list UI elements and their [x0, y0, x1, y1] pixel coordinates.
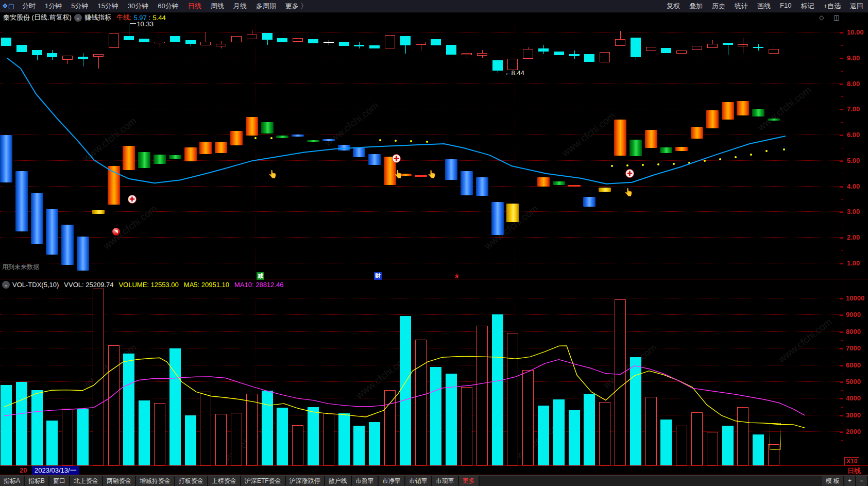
toolbar-item-历史[interactable]: 历史 — [707, 2, 730, 11]
statusbar-item-打板资金[interactable]: 打板资金 — [175, 476, 208, 486]
menu-item-5分钟[interactable]: 5分钟 — [66, 2, 93, 10]
vol-collapse-icon[interactable]: ⌄ — [2, 281, 10, 289]
statusbar-item-上榜资金[interactable]: 上榜资金 — [208, 476, 241, 486]
candle — [93, 54, 104, 57]
toolbar-item-统计[interactable]: 统计 — [730, 2, 753, 11]
volume-bar — [308, 407, 319, 465]
candle-lower-wick — [543, 52, 544, 54]
diamond-icon[interactable]: ◇ — [819, 14, 824, 21]
bull-line-yellow-dot — [735, 156, 737, 158]
toolbar-item-画线[interactable]: 画线 — [753, 2, 775, 11]
bull-line-yellow-dot — [626, 164, 628, 166]
candle — [646, 47, 656, 51]
toolbar-item-F10[interactable]: F10 — [775, 2, 796, 11]
volume-bar — [599, 402, 610, 465]
volume-gridline — [0, 298, 843, 298]
indicator-bar-green — [752, 109, 764, 116]
candle — [615, 39, 625, 46]
menu-item-多周期[interactable]: 多周期 — [251, 2, 281, 10]
toolbar-item-标记[interactable]: 标记 — [796, 2, 819, 11]
menu-item-60分钟[interactable]: 60分钟 — [153, 2, 183, 10]
split-window-icon[interactable]: ◫ — [833, 14, 839, 21]
watermark: www.cfchi.com — [776, 316, 835, 365]
statusbar-item-沪深ETF资金[interactable]: 沪深ETF资金 — [241, 476, 286, 486]
statusbar-item-北上资金[interactable]: 北上资金 — [70, 476, 103, 486]
statusbar-item-指标B[interactable]: 指标B — [25, 476, 49, 486]
statusbar-item-窗口[interactable]: 窗口 — [49, 476, 70, 486]
toolbar-item-叠加[interactable]: 叠加 — [685, 2, 707, 11]
vvol-value: VVOL: 25209.74 — [64, 281, 113, 289]
bull-line-yellow-dot — [426, 141, 428, 143]
candle-upper-wick — [743, 38, 743, 44]
volume-bar — [154, 403, 165, 466]
volume-bar — [461, 387, 472, 465]
candle — [538, 48, 549, 52]
watermark: www.cfchi.com — [101, 203, 160, 252]
volume-bar — [139, 400, 150, 465]
statusbar-item-指标A[interactable]: 指标A — [0, 476, 25, 486]
indicator-bar-green — [307, 140, 319, 142]
statusbar-item-市销率[interactable]: 市销率 — [405, 476, 432, 486]
candle — [385, 35, 395, 48]
indicator-bar-red — [568, 185, 581, 187]
volume-bar — [507, 333, 518, 465]
price-gridline — [0, 83, 843, 84]
statusbar-item-增减持资金[interactable]: 增减持资金 — [136, 476, 175, 486]
high-price-label: 10.33 — [137, 20, 154, 28]
price-axis-line — [843, 13, 843, 475]
menu-item-1分钟[interactable]: 1分钟 — [40, 2, 66, 10]
toolbar-item-返回[interactable]: 返回 — [845, 2, 868, 11]
indicator-bar-orange — [737, 101, 749, 115]
indicator-bar-green — [629, 140, 642, 157]
price-axis-label: 3.00 — [847, 208, 860, 215]
volume-axis-label: 4000 — [846, 394, 861, 402]
indicator-bar-blue — [583, 197, 595, 207]
candle — [62, 56, 73, 60]
menu-item-30分钟[interactable]: 30分钟 — [123, 2, 153, 10]
candle-upper-wick — [252, 30, 252, 35]
candle-lower-wick — [52, 57, 53, 60]
period-menu-bar: ❖▢ 分时1分钟5分钟15分钟30分钟60分钟日线周线月线多周期更多 〉 复权叠… — [0, 0, 868, 12]
tool-menu-right: 复权叠加历史统计画线F10标记+自选返回 — [662, 2, 868, 11]
statusbar-item-更多[interactable]: 更多 — [459, 476, 480, 486]
candle — [631, 38, 641, 57]
bull-line-yellow-dot — [765, 150, 768, 152]
menu-item-月线[interactable]: 月线 — [229, 2, 251, 10]
statusbar-item-两融资金[interactable]: 两融资金 — [103, 476, 136, 486]
statusbar-item-散户线[interactable]: 散户线 — [325, 476, 352, 486]
status-bar-items: 指标A指标B窗口北上资金两融资金增减持资金打板资金上榜资金沪深ETF资金沪深涨跌… — [0, 476, 480, 486]
volume-bar — [476, 326, 488, 465]
volume-bar — [353, 426, 365, 465]
candle — [339, 42, 349, 46]
statusbar-item-市现率[interactable]: 市现率 — [432, 476, 459, 486]
indicator-collapse-icon[interactable]: ⌄ — [74, 14, 82, 22]
menu-item-周线[interactable]: 周线 — [206, 2, 229, 10]
menu-item-分时[interactable]: 分时 — [18, 2, 40, 10]
price-gridline — [0, 109, 843, 109]
candle — [16, 45, 27, 52]
statusbar-item-市净率[interactable]: 市净率 — [379, 476, 405, 486]
indicator-bar-blue — [322, 139, 335, 141]
volume-bar — [538, 406, 549, 465]
menu-item-15分钟[interactable]: 15分钟 — [93, 2, 123, 10]
menu-item-日线[interactable]: 日线 — [183, 2, 206, 10]
toolbar-item-+自选[interactable]: +自选 — [819, 2, 845, 11]
price-axis-label: 10.00 — [847, 28, 864, 36]
indicator-bar-orange — [537, 177, 550, 186]
indicator-bar-blue — [338, 145, 350, 150]
volume-axis-label: 5000 — [846, 378, 861, 386]
volume-value: VOLUME: 12553.00 — [118, 281, 178, 289]
indicator-bar-green — [138, 152, 150, 168]
candle-lower-wick — [467, 55, 467, 58]
candle — [247, 35, 257, 39]
toolbar-item-复权[interactable]: 复权 — [662, 2, 685, 11]
bottom-status-bar: 指标A指标B窗口北上资金两融资金增减持资金打板资金上榜资金沪深ETF资金沪深涨跌… — [0, 475, 868, 486]
statusbar-right-−[interactable]: − — [856, 476, 868, 486]
candle-lower-wick — [98, 57, 99, 68]
indicator-bar-yellow — [92, 210, 105, 214]
statusbar-item-沪深涨跌停[interactable]: 沪深涨跌停 — [286, 476, 325, 486]
statusbar-right-模 板[interactable]: 模 板 — [822, 476, 844, 486]
statusbar-item-市盈率[interactable]: 市盈率 — [352, 476, 379, 486]
menu-item-更多 〉[interactable]: 更多 〉 — [281, 2, 312, 10]
statusbar-right-+[interactable]: + — [844, 476, 856, 486]
